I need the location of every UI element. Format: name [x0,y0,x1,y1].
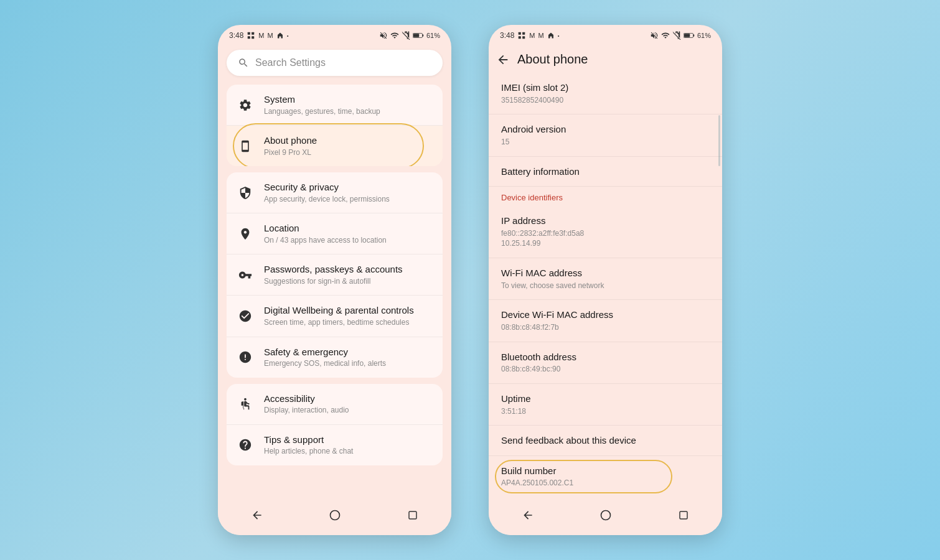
settings-item-system[interactable]: System Languages, gestures, time, backup [227,85,443,126]
recents-nav-btn-left[interactable] [402,504,424,526]
search-icon [238,57,249,68]
battery-icon [413,32,424,39]
wellbeing-icon [237,307,254,325]
svg-rect-10 [519,32,521,35]
settings-item-passwords[interactable]: Passwords, passkeys & accounts Suggestio… [227,254,443,296]
tips-subtitle: Help articles, phone & chat [264,447,433,457]
home-nav-btn-left[interactable] [324,504,346,526]
android-version-value: 15 [501,137,710,147]
svg-rect-9 [409,511,416,519]
search-bar[interactable]: Search Settings [227,50,443,76]
system-text: System Languages, gestures, time, backup [264,93,433,116]
battery-info-title: Battery information [501,166,710,178]
wifi-mac-title: Wi-Fi MAC address [501,267,710,279]
right-phone: 3:48 M M • 61% About phone IMEI (sim slo… [489,25,722,535]
imei-value: 351582852400490 [501,95,710,106]
left-phone: 3:48 M M • 61% Search Settings [218,25,451,535]
status-icons-right: 61% [650,31,711,40]
svg-point-7 [244,398,247,401]
back-nav-btn-left[interactable] [246,504,268,526]
settings-card-1: System Languages, gestures, time, backup… [227,85,443,166]
right-phone-content: IMEI (sim slot 2) 351582852400490 Androi… [489,73,722,497]
svg-rect-0 [248,32,250,35]
detail-imei-sim2[interactable]: IMEI (sim slot 2) 351582852400490 [489,73,722,114]
settings-item-accessibility[interactable]: Accessibility Display, interaction, audi… [227,384,443,425]
wellbeing-title: Digital Wellbeing & parental controls [264,304,433,317]
security-subtitle: App security, device lock, permissions [264,195,433,205]
detail-bluetooth-address[interactable]: Bluetooth address 08:8b:c8:49:bc:90 [489,342,722,384]
detail-send-feedback[interactable]: Send feedback about this device [489,426,722,456]
device-wifi-mac-title: Device Wi-Fi MAC address [501,309,710,321]
detail-wifi-mac[interactable]: Wi-Fi MAC address To view, choose saved … [489,258,722,300]
detail-uptime[interactable]: Uptime 3:51:18 [489,384,722,426]
passwords-subtitle: Suggestions for sign-in & autofill [264,277,433,287]
uptime-value: 3:51:18 [501,406,710,417]
settings-item-wellbeing[interactable]: Digital Wellbeing & parental controls Sc… [227,296,443,337]
passwords-text: Passwords, passkeys & accounts Suggestio… [264,263,433,286]
status-time-left: 3:48 M M • [229,31,289,40]
wifi-icon-right [661,31,670,40]
imei-title: IMEI (sim slot 2) [501,82,710,94]
svg-rect-12 [519,36,521,39]
location-text: Location On / 43 apps have access to loc… [264,222,433,245]
recents-nav-btn-right[interactable] [672,504,695,526]
home-nav-btn-right[interactable] [595,504,617,526]
security-title: Security & privacy [264,181,433,194]
settings-item-location[interactable]: Location On / 43 apps have access to loc… [227,213,443,254]
svg-rect-1 [252,32,255,35]
device-wifi-mac-value: 08:8b:c8:48:f2:7b [501,322,710,333]
about-phone-header-title: About phone [517,52,588,67]
svg-point-8 [330,511,339,520]
passwords-title: Passwords, passkeys & accounts [264,263,433,276]
mute-icon [379,31,388,40]
detail-android-version[interactable]: Android version 15 [489,114,722,156]
svg-rect-2 [248,36,250,39]
settings-item-about-phone[interactable]: About phone Pixel 9 Pro XL [227,126,443,166]
detail-battery-info[interactable]: Battery information [489,157,722,187]
back-nav-btn-right[interactable] [517,504,539,526]
settings-item-tips[interactable]: Tips & support Help articles, phone & ch… [227,425,443,465]
uptime-title: Uptime [501,393,710,405]
device-identifiers-label: Device identifiers [489,187,722,206]
settings-item-security[interactable]: Security & privacy App security, device … [227,172,443,213]
accessibility-title: Accessibility [264,393,433,405]
about-phone-subtitle: Pixel 9 Pro XL [264,148,433,158]
mute-icon-right [650,31,659,40]
detail-device-wifi-mac[interactable]: Device Wi-Fi MAC address 08:8b:c8:48:f2:… [489,300,722,342]
android-version-title: Android version [501,123,710,136]
battery-icon-right [684,32,695,39]
bluetooth-value: 08:8b:c8:49:bc:90 [501,364,710,375]
wifi-icon [390,31,399,40]
status-bar-right: 3:48 M M • 61% [489,25,722,44]
tips-title: Tips & support [264,434,433,446]
home-icon-right-small [547,32,555,39]
accessibility-subtitle: Display, interaction, audio [264,406,433,416]
detail-ip-address[interactable]: IP address fe80::2832:a2ff:fe3f:d5a810.2… [489,206,722,258]
svg-rect-3 [252,36,255,39]
svg-point-17 [601,511,610,520]
tips-icon [237,436,254,454]
settings-item-safety[interactable]: Safety & emergency Emergency SOS, medica… [227,337,443,378]
phone-icon [237,138,254,155]
home-icon-small [276,32,284,39]
detail-build-number[interactable]: Build number AP4A.250105.002.C1 [489,456,722,497]
svg-rect-5 [423,34,424,37]
security-icon [237,184,254,202]
location-icon [237,225,254,243]
about-phone-text: About phone Pixel 9 Pro XL [264,134,433,157]
svg-rect-13 [523,36,525,39]
about-phone-title: About phone [264,134,433,147]
ip-address-value: fe80::2832:a2ff:fe3f:d5a810.25.14.99 [501,228,710,250]
accessibility-text: Accessibility Display, interaction, audi… [264,393,433,416]
signal-icon [402,31,410,40]
location-title: Location [264,222,433,235]
system-subtitle: Languages, gestures, time, backup [264,107,433,117]
signal-icon-right [672,31,681,40]
nav-bar-right [489,497,722,535]
send-feedback-title: Send feedback about this device [501,434,710,447]
tips-text: Tips & support Help articles, phone & ch… [264,434,433,457]
build-number-value: AP4A.250105.002.C1 [501,478,710,488]
grid-icon [247,31,255,40]
svg-rect-11 [523,32,525,35]
back-button-right[interactable] [496,53,510,67]
